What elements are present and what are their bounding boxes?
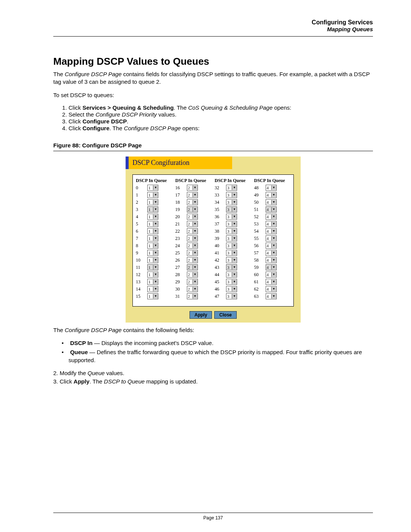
queue-select[interactable]: 4▼: [266, 192, 277, 198]
queue-select[interactable]: 4▼: [266, 235, 277, 241]
chevron-down-icon: ▼: [271, 229, 276, 233]
apply-button[interactable]: Apply: [190, 311, 212, 319]
queue-select[interactable]: 3▼: [226, 214, 237, 220]
queue-value: 4: [266, 186, 271, 190]
queue-value: 4: [266, 236, 271, 241]
queue-select[interactable]: 3▼: [226, 286, 237, 292]
queue-select[interactable]: 3▼: [226, 185, 237, 191]
post-step-2: 2. Modify the Queue values.: [53, 369, 373, 377]
field-dscp-in: DSCP In — Displays the incoming packet's…: [68, 339, 373, 347]
queue-select[interactable]: 4▼: [266, 272, 277, 278]
queue-value: 1: [148, 236, 153, 241]
queue-select[interactable]: 2▼: [187, 243, 198, 249]
chevron-down-icon: ▼: [153, 229, 158, 233]
text: Configure DSCP Page: [124, 125, 181, 131]
queue-select[interactable]: 1▼: [147, 228, 158, 234]
dscp-in-value: 9: [136, 250, 147, 256]
queue-select[interactable]: 4▼: [266, 221, 277, 227]
queue-select[interactable]: 4▼: [266, 250, 277, 256]
queue-select[interactable]: 3▼: [226, 243, 237, 249]
queue-select[interactable]: 4▼: [266, 286, 277, 292]
queue-select[interactable]: 3▼: [226, 199, 237, 205]
step-4: Click Configure. The Configure DSCP Page…: [68, 125, 373, 131]
queue-select[interactable]: 1▼: [147, 279, 158, 285]
queue-select[interactable]: 3▼: [226, 250, 237, 256]
queue-select[interactable]: 3▼: [226, 235, 237, 241]
queue-value: 2: [187, 258, 193, 262]
queue-select[interactable]: 2▼: [187, 293, 198, 299]
queue-value: 2: [187, 273, 193, 277]
queue-select[interactable]: 1▼: [147, 235, 158, 241]
queue-select[interactable]: 2▼: [187, 272, 198, 278]
text: Configure DSCP Priority: [96, 111, 157, 118]
close-button[interactable]: Close: [214, 311, 237, 319]
chevron-down-icon: ▼: [153, 272, 158, 277]
chevron-down-icon: ▼: [271, 280, 276, 284]
queue-select[interactable]: 4▼: [266, 279, 277, 285]
queue-select[interactable]: 1▼: [147, 257, 158, 263]
queue-select[interactable]: 1▼: [147, 199, 158, 205]
dscp-in-value: 5: [136, 221, 147, 227]
chevron-down-icon: ▼: [193, 193, 198, 197]
queue-select[interactable]: 1▼: [147, 243, 158, 249]
queue-select[interactable]: 2▼: [187, 199, 198, 205]
queue-select[interactable]: 4▼: [266, 228, 277, 234]
dscp-row: 413▼: [215, 249, 251, 257]
queue-select[interactable]: 1▼: [147, 250, 158, 256]
queue-select[interactable]: 1▼: [147, 192, 158, 198]
queue-select[interactable]: 4▼: [266, 199, 277, 205]
queue-select[interactable]: 4▼: [266, 185, 277, 191]
queue-select[interactable]: 3▼: [226, 293, 237, 299]
text: . The: [174, 104, 188, 111]
text: Queue: [88, 370, 105, 376]
queue-select[interactable]: 3▼: [226, 192, 237, 198]
step-1: Click Services > Queuing & Scheduling. T…: [68, 104, 373, 111]
queue-select[interactable]: 2▼: [187, 221, 198, 227]
queue-select[interactable]: 3▼: [226, 257, 237, 263]
queue-value: 3: [226, 244, 232, 248]
queue-select[interactable]: 1▼: [147, 185, 158, 191]
queue-select[interactable]: 2▼: [187, 235, 198, 241]
text: — Displays the incoming packet's DSCP va…: [92, 340, 213, 346]
text: opens:: [272, 104, 291, 111]
queue-select[interactable]: 3▼: [226, 279, 237, 285]
queue-select[interactable]: 4▼: [266, 243, 277, 249]
queue-select[interactable]: 4▼: [266, 214, 277, 220]
text: Configure: [83, 125, 110, 131]
dscp-row: 463▼: [215, 286, 251, 293]
chevron-down-icon: ▼: [232, 207, 237, 212]
queue-value: 1: [148, 186, 153, 190]
queue-select[interactable]: 1▼: [147, 293, 158, 299]
queue-select[interactable]: 3▼: [226, 221, 237, 227]
dscp-row: 624▼: [254, 286, 291, 293]
queue-select[interactable]: 2▼: [187, 250, 198, 256]
queue-select[interactable]: 1▼: [147, 286, 158, 292]
dscp-row: 343▼: [215, 199, 251, 206]
queue-select[interactable]: 1▼: [147, 214, 158, 220]
dscp-in-value: 2: [136, 200, 147, 205]
queue-select[interactable]: 2▼: [187, 185, 198, 191]
queue-select[interactable]: 2▼: [187, 214, 198, 220]
queue-select[interactable]: 2▼: [187, 286, 198, 292]
dscp-in-value: 18: [175, 200, 187, 205]
queue-select[interactable]: 2▼: [187, 228, 198, 234]
header-chapter: Configuring Services: [53, 19, 373, 26]
queue-select[interactable]: 4▼: [266, 293, 277, 299]
dscp-in-value: 42: [215, 257, 226, 263]
queue-select[interactable]: 2▼: [187, 192, 198, 198]
queue-select[interactable]: 1▼: [147, 272, 158, 278]
dscp-row: 514▼: [254, 206, 291, 213]
queue-select[interactable]: 2▼: [187, 279, 198, 285]
queue-select[interactable]: 1▼: [147, 221, 158, 227]
text: contains the following fields:: [122, 327, 194, 333]
dscp-in-value: 26: [175, 257, 187, 263]
queue-value: 2: [187, 244, 193, 248]
queue-select[interactable]: 4▼: [266, 257, 277, 263]
queue-select[interactable]: 3▼: [226, 228, 237, 234]
dscp-in-value: 34: [215, 200, 226, 205]
queue-select[interactable]: 3▼: [226, 272, 237, 278]
chevron-down-icon: ▼: [193, 294, 198, 299]
dscp-in-value: 48: [254, 185, 266, 191]
queue-select[interactable]: 2▼: [187, 257, 198, 263]
text: mapping is updated.: [145, 378, 198, 385]
